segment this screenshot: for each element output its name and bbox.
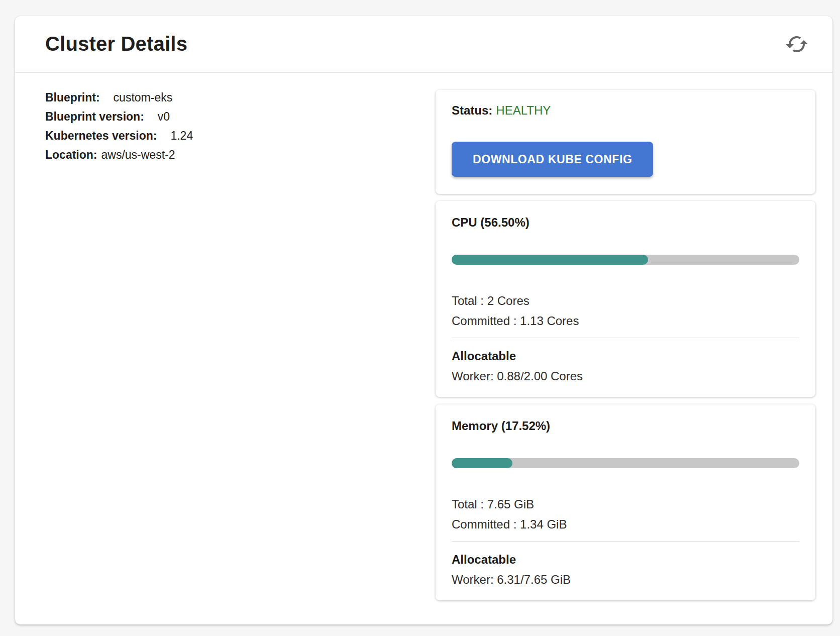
panel-divider <box>452 541 799 542</box>
status-badge: HEALTHY <box>496 103 551 117</box>
page-title: Cluster Details <box>45 33 187 55</box>
refresh-button[interactable] <box>783 31 810 58</box>
memory-committed: Committed : 1.34 GiB <box>452 514 799 535</box>
cpu-usage-lines: Total : 2 Cores Committed : 1.13 Cores <box>452 291 799 331</box>
info-row-blueprint: Blueprint:custom-eks <box>45 88 436 107</box>
kubernetes-version-label: Kubernetes version: <box>45 129 157 142</box>
memory-panel: Memory (17.52%) Total : 7.65 GiB Committ… <box>436 404 815 600</box>
info-row-location: Location:aws/us-west-2 <box>45 145 436 164</box>
cpu-allocatable-lines: Allocatable Worker: 0.88/2.00 Cores <box>452 346 799 386</box>
kubernetes-version-value: 1.24 <box>170 129 193 142</box>
status-line: Status:HEALTHY <box>452 103 799 118</box>
memory-total: Total : 7.65 GiB <box>452 494 799 514</box>
cpu-progress-fill <box>452 255 648 265</box>
blueprint-version-value: v0 <box>158 110 170 123</box>
cpu-title: CPU (56.50%) <box>452 215 799 230</box>
cpu-worker-allocatable: Worker: 0.88/2.00 Cores <box>452 366 799 386</box>
memory-allocatable-label: Allocatable <box>452 550 799 570</box>
blueprint-version-label: Blueprint version: <box>45 110 144 123</box>
cpu-allocatable-label: Allocatable <box>452 346 799 366</box>
blueprint-value: custom-eks <box>114 91 173 104</box>
download-kube-config-button[interactable]: DOWNLOAD KUBE CONFIG <box>452 142 653 177</box>
blueprint-label: Blueprint: <box>45 91 100 104</box>
page: { "card": { "title": "Cluster Details", … <box>0 0 840 636</box>
memory-title: Memory (17.52%) <box>452 418 799 434</box>
panel-divider <box>452 338 799 338</box>
memory-progress-track <box>452 458 799 468</box>
cpu-total: Total : 2 Cores <box>452 291 799 311</box>
memory-progress-fill <box>452 458 512 468</box>
cpu-committed: Committed : 1.13 Cores <box>452 311 799 331</box>
cluster-details-card: Cluster Details Blueprint:custom-eks Blu… <box>15 16 832 624</box>
metrics-column: Status:HEALTHY DOWNLOAD KUBE CONFIG CPU … <box>436 90 815 600</box>
refresh-icon <box>785 32 809 56</box>
status-label: Status: <box>452 103 492 117</box>
memory-usage-lines: Total : 7.65 GiB Committed : 1.34 GiB <box>452 494 799 535</box>
card-header: Cluster Details <box>15 16 832 73</box>
card-body: Blueprint:custom-eks Blueprint version:v… <box>15 73 832 623</box>
status-panel: Status:HEALTHY DOWNLOAD KUBE CONFIG <box>436 90 815 194</box>
cpu-panel: CPU (56.50%) Total : 2 Cores Committed :… <box>436 201 815 397</box>
info-row-blueprint-version: Blueprint version:v0 <box>45 107 436 126</box>
cpu-progress-track <box>452 255 799 265</box>
location-label: Location: <box>45 148 97 161</box>
info-row-kubernetes-version: Kubernetes version:1.24 <box>45 126 436 145</box>
location-value: aws/us-west-2 <box>101 148 175 161</box>
memory-worker-allocatable: Worker: 6.31/7.65 GiB <box>452 570 799 590</box>
cluster-info-section: Blueprint:custom-eks Blueprint version:v… <box>45 88 436 600</box>
memory-allocatable-lines: Allocatable Worker: 6.31/7.65 GiB <box>452 550 799 590</box>
